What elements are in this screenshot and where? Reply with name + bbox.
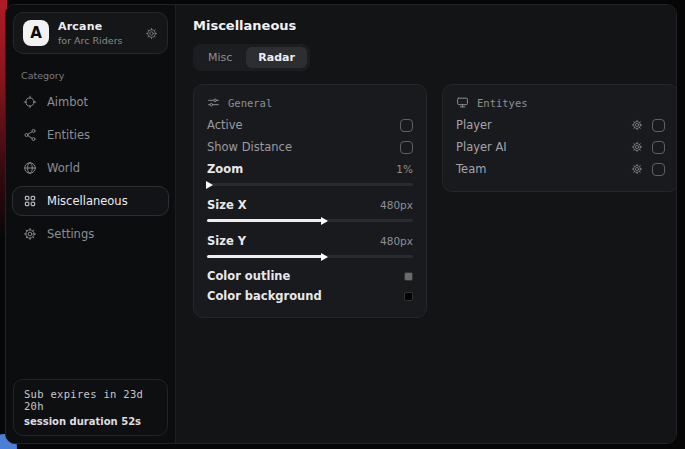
gear-icon <box>23 227 37 241</box>
general-card-header: General <box>207 96 413 109</box>
session-duration-text: session duration 52s <box>24 416 157 427</box>
sidebar-item-label: Entities <box>47 128 90 142</box>
app-logo: A <box>23 20 49 46</box>
zoom-row: Zoom 1% <box>207 158 413 180</box>
entities-card-title: Entityes <box>477 97 528 109</box>
size-y-label: Size Y <box>207 234 246 248</box>
team-settings-gear-icon[interactable] <box>631 163 643 175</box>
sub-expires-text: Sub expires in 23d 20h <box>24 388 157 412</box>
player-ai-row: Player AI <box>456 136 665 158</box>
show-distance-row: Show Distance <box>207 136 413 158</box>
sync-icon[interactable] <box>145 27 158 40</box>
show-distance-label: Show Distance <box>207 140 292 154</box>
color-background-swatch[interactable] <box>404 292 413 301</box>
size-y-value: 480px <box>380 235 413 247</box>
sidebar-item-aimbot[interactable]: Aimbot <box>12 87 169 117</box>
general-card-title: General <box>228 97 272 109</box>
crosshair-icon <box>23 95 37 109</box>
color-outline-swatch[interactable] <box>404 272 413 281</box>
size-x-slider[interactable] <box>207 219 413 222</box>
logo-card: A Arcane for Arc Riders <box>13 12 168 54</box>
page-title: Miscellaneous <box>193 18 677 33</box>
panels-row: General Active Show Distance Zoom 1% <box>193 84 677 318</box>
main-panel: Miscellaneous Misc Radar General <box>176 5 677 443</box>
sliders-icon <box>207 96 220 109</box>
sidebar-item-entities[interactable]: Entities <box>12 120 169 150</box>
player-checkbox[interactable] <box>652 119 665 132</box>
show-distance-checkbox[interactable] <box>400 141 413 154</box>
color-background-label: Color background <box>207 289 322 303</box>
entities-card: Entityes Player Player AI <box>442 84 677 192</box>
active-label: Active <box>207 118 243 132</box>
category-label: Category <box>21 70 160 81</box>
size-x-slider-thumb[interactable] <box>321 217 328 225</box>
active-row: Active <box>207 114 413 136</box>
logo-text: Arcane for Arc Riders <box>58 20 123 46</box>
team-checkbox[interactable] <box>652 163 665 176</box>
globe-icon <box>23 161 37 175</box>
size-x-label: Size X <box>207 198 247 212</box>
player-ai-settings-gear-icon[interactable] <box>631 141 643 153</box>
entities-icon <box>23 128 37 142</box>
app-window: A Arcane for Arc Riders Category Aim <box>5 4 677 444</box>
tab-misc[interactable]: Misc <box>196 47 244 68</box>
active-checkbox[interactable] <box>400 119 413 132</box>
sidebar-item-label: Miscellaneous <box>47 194 128 208</box>
monitor-icon <box>456 96 469 109</box>
sidebar-item-label: World <box>47 161 80 175</box>
sidebar-item-label: Aimbot <box>47 95 88 109</box>
app-name: Arcane <box>58 20 123 33</box>
sidebar-item-world[interactable]: World <box>12 153 169 183</box>
color-background-row: Color background <box>207 286 413 306</box>
player-ai-label: Player AI <box>456 140 622 154</box>
size-y-row: Size Y 480px <box>207 230 413 252</box>
size-x-row: Size X 480px <box>207 194 413 216</box>
tab-radar[interactable]: Radar <box>246 47 307 68</box>
size-y-slider-fill <box>207 255 324 258</box>
sidebar-item-miscellaneous[interactable]: Miscellaneous <box>12 186 169 216</box>
sidebar-nav: Aimbot Entities <box>6 84 175 252</box>
color-outline-row: Color outline <box>207 266 413 286</box>
team-row: Team <box>456 158 665 180</box>
color-outline-label: Color outline <box>207 269 290 283</box>
grid-icon <box>23 194 37 208</box>
player-label: Player <box>456 118 622 132</box>
size-x-slider-fill <box>207 219 324 222</box>
app-subtitle: for Arc Riders <box>58 35 123 46</box>
size-x-value: 480px <box>380 199 413 211</box>
sidebar: A Arcane for Arc Riders Category Aim <box>6 5 176 443</box>
player-settings-gear-icon[interactable] <box>631 119 643 131</box>
subscription-card: Sub expires in 23d 20h session duration … <box>13 379 168 436</box>
size-y-slider-thumb[interactable] <box>321 253 328 261</box>
entities-card-header: Entityes <box>456 96 665 109</box>
sidebar-item-label: Settings <box>47 227 94 241</box>
zoom-label: Zoom <box>207 162 243 176</box>
sidebar-item-settings[interactable]: Settings <box>12 219 169 249</box>
size-y-slider[interactable] <box>207 255 413 258</box>
player-ai-checkbox[interactable] <box>652 141 665 154</box>
zoom-slider-fill <box>207 183 209 186</box>
zoom-value: 1% <box>396 163 413 175</box>
general-card: General Active Show Distance Zoom 1% <box>193 84 427 318</box>
tab-bar: Misc Radar <box>193 44 310 71</box>
team-label: Team <box>456 162 622 176</box>
zoom-slider[interactable] <box>207 183 413 186</box>
player-row: Player <box>456 114 665 136</box>
zoom-slider-thumb[interactable] <box>206 181 213 189</box>
